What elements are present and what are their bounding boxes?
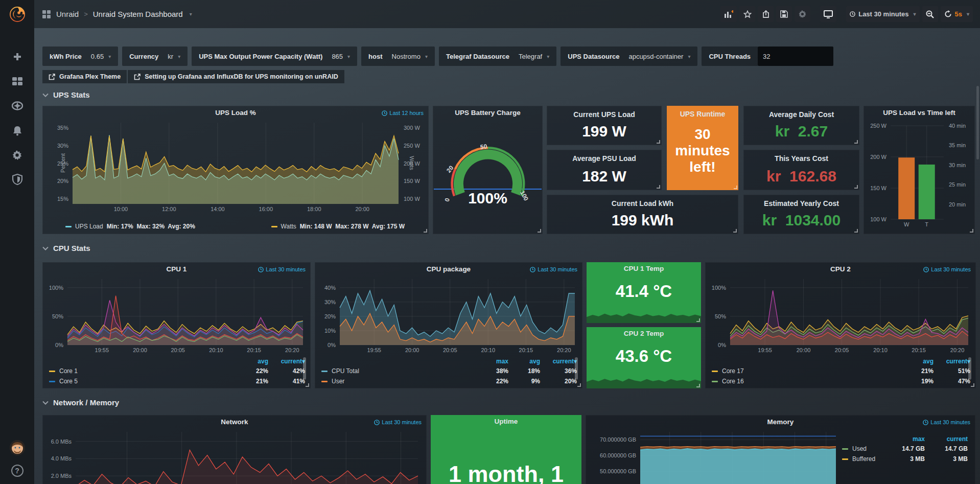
stat-title[interactable]: This Years Cost [744,154,859,163]
chevron-down-icon [42,401,49,405]
panel-resize-handle[interactable] [696,318,700,322]
stat-title[interactable]: Average Daily Cost [744,110,859,119]
panel-resize-handle[interactable] [854,140,858,144]
zoom-out-button[interactable] [922,6,938,22]
stat-title[interactable]: Estimated Yearly Cost [744,199,859,208]
memory-chart[interactable]: 50.000000 GB60.000000 GB70.000000 GB [640,432,836,484]
legend-item: Watts Min: 148 W Max: 278 W Avg: 175 W [271,223,405,230]
link-ups-monitoring-guide[interactable]: Setting up Grafana and InfluxDB for UPS … [128,70,344,83]
breadcrumb-folder[interactable]: Unraid [56,10,79,18]
cpu-package-chart[interactable]: 0%10%20%30%40%19:5520:0020:0520:1020:152… [340,279,575,345]
panel-this-years-cost: This Years Cost kr 162.68 [743,150,859,190]
legend-scrollbar[interactable] [968,357,971,380]
legend-header-max[interactable]: max [477,358,508,365]
panel-title[interactable]: Memory [586,418,975,426]
variable-value-dropdown[interactable]: 0.65▾ [91,53,111,60]
cpu1-chart[interactable]: 0%50%100%19:5520:0020:0520:1020:1520:20 [67,279,303,345]
variable-label: CPU Threads [702,47,758,66]
page-scrollbar[interactable] [976,86,979,159]
add-panel-button[interactable] [720,6,737,22]
panel-resize-handle[interactable] [854,185,858,189]
star-button[interactable] [739,6,755,22]
section-ups-stats[interactable]: UPS Stats [42,90,980,99]
panel-resize-handle[interactable] [970,229,973,233]
legend-scrollbar[interactable] [575,357,578,380]
legend-header-avg[interactable]: avg [902,358,934,365]
panel-resize-handle[interactable] [854,229,858,233]
legend-series-name[interactable]: Watts [281,223,296,230]
explore-icon[interactable] [12,100,23,111]
panel-average-psu-load: Average PSU Load 182 W [547,150,662,190]
user-avatar[interactable] [10,440,25,455]
cycle-view-button[interactable] [820,6,836,22]
dashboard-grid-icon [42,10,51,18]
variable-value-dropdown[interactable]: 865▾ [332,53,350,60]
dashboard-title[interactable]: Unraid System Dashboard [93,10,183,18]
dashboard-settings-button[interactable] [795,6,810,22]
variable-value-dropdown[interactable]: Telegraf▾ [519,53,549,60]
panel-resize-handle[interactable] [733,229,737,233]
ups-load-chart[interactable]: Percent Watts 15%100 W20%150 W25%200 W30… [73,123,399,204]
panel-title[interactable]: Network [43,418,426,426]
legend-item: Core 1 22%42% [49,366,305,376]
legend-scrollbar[interactable] [303,357,306,380]
help-icon[interactable]: ? [11,465,24,477]
configuration-icon[interactable] [12,149,23,160]
panel-resize-handle[interactable] [696,384,700,387]
dashboard-caret-icon[interactable]: ▾ [190,11,192,17]
panel-cpu1-temp: CPU 1 Temp 41.4 °C [587,262,701,323]
variable-value-dropdown[interactable]: kr▾ [168,53,180,60]
stat-title[interactable]: UPS Runtime [667,110,738,118]
alerting-icon[interactable] [12,125,23,136]
panel-ups-load: UPS Load % Last 12 hours Percent Watts 1… [42,106,429,234]
stat-value: kr 2.67 [744,123,859,140]
cpu2-chart[interactable]: 0%50%100%19:5520:0020:0520:1020:1520:20 [730,279,968,345]
panel-title[interactable]: CPU 2 Temp [587,330,701,337]
legend-series-name[interactable]: UPS Load [75,223,103,230]
stat-title[interactable]: Average PSU Load [547,154,661,163]
refresh-button[interactable]: 5s ▾ [941,6,973,22]
panel-resize-handle[interactable] [657,140,660,144]
panel-title[interactable]: CPU 1 Temp [587,265,701,272]
dashboards-icon[interactable] [12,76,23,87]
panel-resize-handle[interactable] [306,383,309,387]
panel-ups-runtime: UPS Runtime 30 minutes left! [667,106,738,190]
section-network-memory[interactable]: Network / Memory [42,398,980,407]
panel-resize-handle[interactable] [538,229,541,233]
save-button[interactable] [776,6,792,22]
panel-resize-handle[interactable] [657,185,660,189]
panel-title[interactable]: UPS Load % [43,109,428,117]
network-memory-row: Network Last 30 minutes 2.0 MBs4.0 MBs6.… [42,415,976,484]
time-range-picker[interactable]: Last 30 minutes ▾ [846,6,919,22]
legend-swatch [321,371,328,372]
server-admin-icon[interactable] [12,174,23,185]
legend-header-current[interactable]: current▾ [268,358,305,365]
ups-bar-chart[interactable]: 100 W150 W200 W250 W20 min25 min30 min35… [891,126,944,219]
panel-title[interactable]: UPS Battery Charge [433,109,542,117]
panel-resize-handle[interactable] [971,383,974,387]
panel-title[interactable]: Uptime [431,418,581,425]
panel-resize-handle[interactable] [734,186,737,189]
legend-header-current[interactable]: current▾ [540,358,577,365]
dashboard-links: Grafana Plex Theme Setting up Grafana an… [34,66,980,83]
variable-value-dropdown[interactable]: Nostromo▾ [392,53,428,60]
legend-header-current[interactable]: current [925,435,968,443]
share-button[interactable] [758,6,774,22]
network-chart[interactable]: 2.0 MBs4.0 MBs6.0 MBs [76,432,418,484]
variable-value-dropdown[interactable]: apcupsd-container▾ [628,53,690,60]
stat-title[interactable]: Current UPS Load [547,110,661,119]
legend-header-current[interactable]: current▾ [934,358,970,365]
legend-header-avg[interactable]: avg [237,358,268,365]
cpu-threads-input[interactable] [758,47,833,66]
panel-title[interactable]: UPS Load vs Time left [864,109,974,117]
panel-resize-handle[interactable] [424,229,427,233]
link-grafana-plex-theme[interactable]: Grafana Plex Theme [42,70,127,83]
time-override-label: Last 30 minutes [374,419,422,425]
section-cpu-stats[interactable]: CPU Stats [42,244,980,252]
legend-header-avg[interactable]: avg [508,358,540,365]
grafana-logo[interactable] [0,0,34,29]
stat-title[interactable]: Current Load kWh [547,199,738,208]
create-icon[interactable] [12,51,23,62]
legend-header-max[interactable]: max [888,435,925,443]
panel-resize-handle[interactable] [577,383,581,387]
